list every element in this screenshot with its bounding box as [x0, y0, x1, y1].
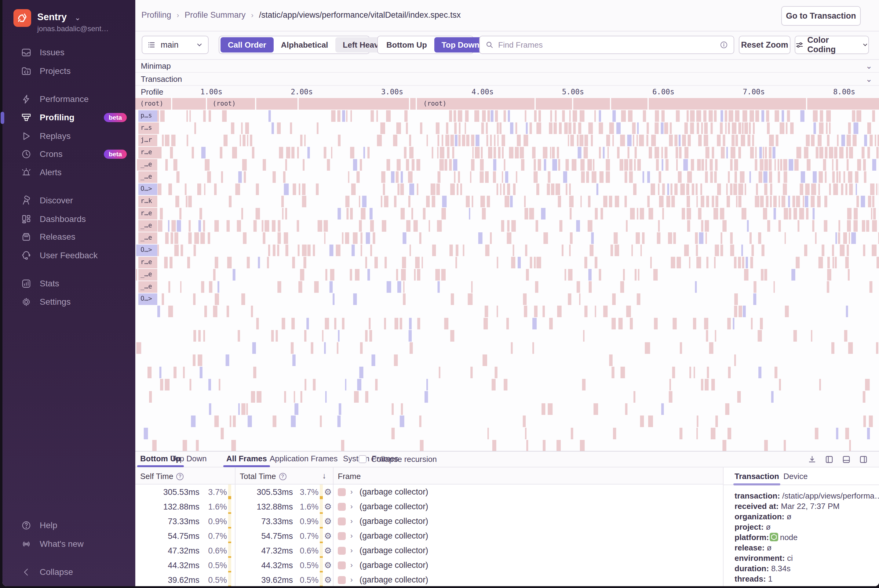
sidebar-item-projects[interactable]: Projects	[3, 64, 135, 78]
dock-right-icon[interactable]	[859, 455, 868, 464]
collapse-recursion-label: Collapse recursion	[371, 454, 437, 464]
sidebar-collapse-button[interactable]: Collapse	[3, 566, 135, 579]
dashboards-icon	[20, 213, 32, 225]
node-platform-icon	[770, 533, 778, 541]
thread-selector[interactable]: main	[142, 36, 209, 54]
frame-settings-gear-icon[interactable]: ⚙	[324, 575, 332, 585]
table-row[interactable]: 305.53ms3.7% 305.53ms3.7% ⚙ ›(garbage co…	[135, 484, 723, 499]
direction-bottom-up[interactable]: Bottom Up	[379, 37, 434, 52]
sidebar-item-alerts[interactable]: Alerts	[3, 166, 135, 179]
frame-settings-gear-icon[interactable]: ⚙	[324, 560, 332, 570]
frame-settings-gear-icon[interactable]: ⚙	[324, 502, 332, 512]
direction-top-down[interactable]: Top Down	[434, 37, 487, 52]
org-name[interactable]: Sentry	[37, 12, 66, 22]
org-chevron-icon: ⌄	[75, 14, 81, 22]
tab-top-down[interactable]: Top Down	[171, 454, 207, 464]
profile-axis-lane: Profile 1.00s 2.00s 3.00s 4.00s 5.00s 6.…	[135, 86, 879, 98]
table-row[interactable]: 73.33ms0.9% 73.33ms0.9% ⚙ ›(garbage coll…	[135, 514, 723, 528]
minimap-lane[interactable]: Minimap ⌄	[135, 60, 879, 73]
frame-table-tabs: Bottom Up Top Down All Frames Applicatio…	[135, 452, 879, 467]
sidebar-item-issues[interactable]: Issues	[3, 46, 135, 59]
chevron-down-icon[interactable]: ⌄	[865, 62, 872, 71]
transaction-lane[interactable]: Transaction ⌄	[135, 73, 879, 86]
sort-descending-icon[interactable]: ↓	[322, 471, 326, 480]
axis-tick: 2.00s	[291, 88, 313, 96]
help-circle-icon: ?	[279, 473, 287, 480]
sidebar-item-dashboards[interactable]: Dashboards	[3, 213, 135, 226]
thread-selector-value: main	[161, 40, 191, 50]
issues-icon	[20, 46, 32, 58]
color-coding-button[interactable]: Color Coding	[795, 36, 869, 54]
sidebar-item-discover[interactable]: Discover	[3, 194, 135, 207]
expand-chevron-icon[interactable]: ›	[350, 546, 353, 555]
details-panel: Transaction Device transaction: /static/…	[723, 467, 879, 586]
frame-color-swatch	[338, 532, 346, 540]
sidebar-item-profiling[interactable]: Profiling beta	[3, 111, 135, 124]
dock-bottom-icon[interactable]	[842, 455, 851, 464]
table-row[interactable]: 54.75ms0.7% 54.75ms0.7% ⚙ ›(garbage coll…	[135, 528, 723, 543]
sidebar-item-replays[interactable]: Replays	[3, 129, 135, 143]
frame-settings-gear-icon[interactable]: ⚙	[324, 531, 332, 541]
detail-project: project: ø	[735, 522, 771, 532]
table-row[interactable]: 44.32ms0.5% 44.32ms0.5% ⚙ ›(garbage coll…	[135, 558, 723, 572]
chevron-down-icon	[862, 42, 868, 48]
top-bar: Profiling › Profile Summary › /static/ap…	[135, 0, 879, 32]
sidebar-item-crons[interactable]: Crons beta	[3, 147, 135, 161]
go-to-transaction-button[interactable]: Go to Transaction	[781, 6, 861, 26]
tab-device[interactable]: Device	[783, 472, 807, 481]
expand-chevron-icon[interactable]: ›	[350, 531, 353, 540]
download-icon[interactable]	[807, 455, 817, 464]
tab-application-frames[interactable]: Application Frames	[270, 454, 338, 464]
chevron-down-icon[interactable]: ⌄	[865, 74, 872, 84]
frame-color-swatch	[338, 576, 346, 584]
collapse-recursion-checkbox[interactable]	[359, 455, 367, 463]
sidebar-item-releases[interactable]: Releases	[3, 230, 135, 244]
table-row[interactable]: 47.32ms0.6% 47.32ms0.6% ⚙ ›(garbage coll…	[135, 543, 723, 558]
sort-call-order[interactable]: Call Order	[221, 37, 273, 52]
detail-duration: duration: 8.34s	[735, 564, 791, 573]
app-window: Sentry ⌄ jonas.badalic@sent… Issues Proj…	[3, 0, 879, 586]
frame-color-swatch	[338, 561, 346, 569]
sidebar-item-user-feedback[interactable]: User Feedback	[3, 249, 135, 262]
self-time-header[interactable]: Self Time?	[140, 472, 183, 481]
frame-settings-gear-icon[interactable]: ⚙	[324, 487, 332, 497]
sidebar-item-settings[interactable]: Settings	[3, 295, 135, 309]
reset-zoom-button[interactable]: Reset Zoom	[739, 36, 790, 54]
color-coding-label: Color Coding	[807, 35, 858, 54]
table-header: Self Time? Total Time? ↓ Frame	[135, 467, 723, 484]
axis-tick: 8.00s	[833, 88, 855, 96]
expand-chevron-icon[interactable]: ›	[350, 502, 353, 511]
frame-settings-gear-icon[interactable]: ⚙	[324, 516, 332, 526]
dock-left-icon[interactable]	[825, 455, 834, 464]
sidebar-item-help[interactable]: Help	[3, 519, 135, 532]
sort-alphabetical[interactable]: Alphabetical	[273, 37, 336, 52]
help-circle-icon: ?	[176, 473, 183, 480]
table-row[interactable]: 132.88ms1.6% 132.88ms1.6% ⚙ ›(garbage co…	[135, 499, 723, 514]
frame-settings-gear-icon[interactable]: ⚙	[324, 546, 332, 556]
expand-chevron-icon[interactable]: ›	[350, 517, 353, 525]
discover-icon	[20, 195, 32, 207]
total-time-header[interactable]: Total Time?	[240, 472, 287, 481]
expand-chevron-icon[interactable]: ›	[350, 576, 353, 584]
table-row[interactable]: 39.62ms0.5% 39.62ms0.5% ⚙ ›(garbage coll…	[135, 572, 723, 586]
sentry-logo[interactable]	[14, 9, 31, 27]
stats-icon	[20, 278, 32, 290]
frame-table-panel: Bottom Up Top Down All Frames Applicatio…	[135, 451, 879, 586]
tab-transaction[interactable]: Transaction	[735, 472, 779, 481]
projects-icon	[20, 65, 32, 77]
find-frames-search	[479, 36, 734, 54]
breadcrumb-profile-summary[interactable]: Profile Summary	[185, 10, 246, 20]
sidebar-item-stats[interactable]: Stats	[3, 277, 135, 290]
frame-header[interactable]: Frame	[338, 472, 361, 481]
sentry-logo-icon	[16, 12, 29, 24]
replays-icon	[20, 130, 32, 142]
expand-chevron-icon[interactable]: ›	[350, 488, 353, 496]
sidebar-item-whats-new[interactable]: What's new	[3, 537, 135, 551]
sidebar-item-performance[interactable]: Performance	[3, 93, 135, 106]
tab-all-frames[interactable]: All Frames	[226, 454, 267, 464]
search-input[interactable]	[498, 40, 715, 50]
detail-environment: environment: ci	[735, 554, 793, 563]
expand-chevron-icon[interactable]: ›	[350, 561, 353, 569]
breadcrumb-profiling[interactable]: Profiling	[141, 10, 171, 20]
flamegraph-canvas[interactable]	[135, 98, 879, 451]
